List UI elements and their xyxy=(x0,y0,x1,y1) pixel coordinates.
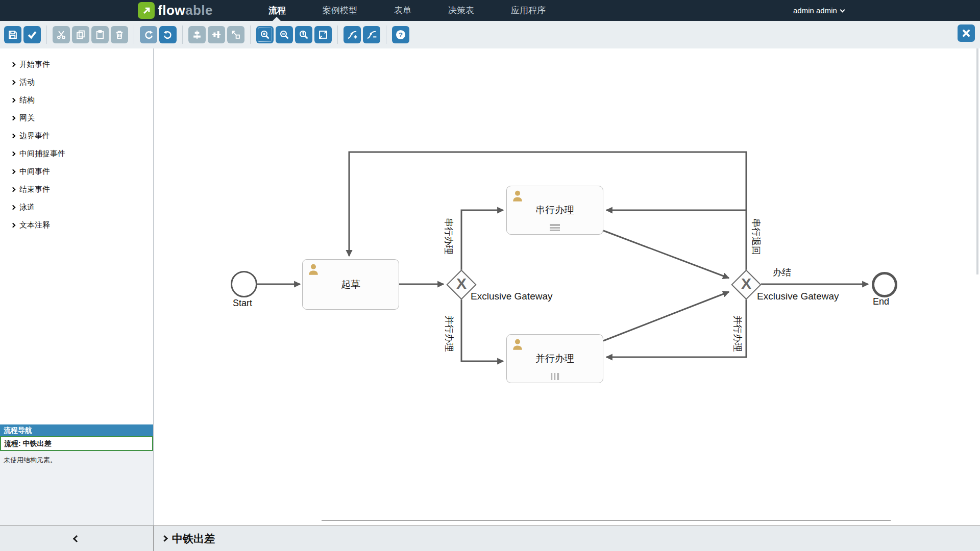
same-size-button[interactable] xyxy=(227,26,244,43)
canvas-horizontal-scrollbar[interactable] xyxy=(322,520,891,521)
save-icon xyxy=(8,30,18,40)
palette-group-text-annotation[interactable]: 文本注释 xyxy=(0,216,153,234)
align-horizontal-button[interactable] xyxy=(188,26,206,43)
chevron-right-icon xyxy=(11,134,16,139)
paste-button[interactable] xyxy=(91,26,109,43)
user-task-serial[interactable]: 串行办理 xyxy=(506,186,603,235)
palette-group-label: 结束事件 xyxy=(19,185,50,194)
flow-edges xyxy=(154,48,980,525)
align-vertical-button[interactable] xyxy=(208,26,225,43)
canvas-vertical-scrollbar[interactable] xyxy=(976,48,978,274)
diagram-canvas[interactable]: Start End 起草 串行办理 并行办理 X Exclusive Gatew… xyxy=(154,48,980,525)
collapse-palette-button[interactable] xyxy=(0,526,154,551)
flow-gateway1-to-serial[interactable] xyxy=(461,210,503,270)
end-event-node[interactable] xyxy=(872,272,897,297)
user-task-draft[interactable]: 起草 xyxy=(302,259,399,310)
tab-decision-tables[interactable]: 决策表 xyxy=(448,5,474,16)
palette-group-label: 文本注释 xyxy=(19,220,50,230)
undo-button[interactable] xyxy=(159,26,177,43)
zoom-fit-icon xyxy=(318,30,328,40)
chevron-right-icon xyxy=(11,187,16,192)
check-icon xyxy=(27,30,37,40)
flowable-logo-text: flowable xyxy=(158,3,213,18)
palette-group-activities[interactable]: 活动 xyxy=(0,73,153,91)
palette-group-intermediate-catching-events[interactable]: 中间捕捉事件 xyxy=(0,145,153,163)
tab-forms[interactable]: 表单 xyxy=(394,5,411,16)
zoom-in-button[interactable] xyxy=(256,26,274,43)
save-button[interactable] xyxy=(4,26,21,43)
palette-group-end-events[interactable]: 结束事件 xyxy=(0,181,153,198)
navigator-note: 未使用结构元素。 xyxy=(0,451,153,469)
delete-button[interactable] xyxy=(111,26,128,43)
toolbar-separator xyxy=(386,26,386,44)
zoom-actual-icon xyxy=(299,30,309,40)
palette-group-start-events[interactable]: 开始事件 xyxy=(0,56,153,73)
copy-icon xyxy=(76,30,86,40)
exclusive-gateway-1-label: Exclusive Gateway xyxy=(471,291,553,302)
redo-button[interactable] xyxy=(140,26,157,43)
user-task-parallel[interactable]: 并行办理 xyxy=(506,334,603,383)
tab-processes[interactable]: 流程 xyxy=(268,5,286,16)
palette-group-label: 网关 xyxy=(19,113,35,123)
toolbar-separator xyxy=(250,26,251,44)
undo-icon xyxy=(163,30,173,40)
chevron-right-icon xyxy=(11,80,16,85)
navigator-header: 流程导航 xyxy=(0,424,153,436)
task-label: 串行办理 xyxy=(535,204,574,217)
close-editor-button[interactable] xyxy=(958,24,975,42)
chevron-right-icon xyxy=(11,205,16,210)
copy-button[interactable] xyxy=(72,26,89,43)
scissors-icon xyxy=(56,30,66,40)
zoom-actual-button[interactable] xyxy=(295,26,312,43)
process-title-bar[interactable]: 中铁出差 xyxy=(162,526,215,551)
edge-label-to-parallel: 并行办理 xyxy=(443,303,455,364)
flow-parallel-to-gateway2[interactable] xyxy=(603,292,729,341)
user-name: admin admin xyxy=(793,6,837,15)
chevron-right-icon xyxy=(161,535,168,542)
palette-group-label: 活动 xyxy=(19,78,35,87)
navigator-selected-process[interactable]: 流程: 中铁出差 xyxy=(0,436,153,451)
tab-apps[interactable]: 应用程序 xyxy=(511,5,546,16)
logo-flow: flow xyxy=(158,3,185,18)
align-vertical-icon xyxy=(211,30,222,40)
palette-group-gateways[interactable]: 网关 xyxy=(0,109,153,127)
align-horizontal-icon xyxy=(192,30,202,40)
zoom-out-button[interactable] xyxy=(276,26,293,43)
shape-palette: 开始事件 活动 结构 网关 边界事件 中间捕捉事件 中间事件 结束事件 泳道 文… xyxy=(0,48,153,234)
start-event-node[interactable] xyxy=(231,271,257,297)
main-nav-tabs: 流程 案例模型 表单 决策表 应用程序 xyxy=(268,0,546,21)
same-size-icon xyxy=(231,30,241,40)
bottom-bar: 中铁出差 xyxy=(0,525,980,551)
zoom-fit-button[interactable] xyxy=(314,26,332,43)
logo-able: able xyxy=(185,3,213,18)
end-event-label: End xyxy=(861,296,901,307)
palette-group-boundary-events[interactable]: 边界事件 xyxy=(0,127,153,145)
flow-gateway2-to-parallel-return[interactable] xyxy=(606,299,746,357)
add-bendpoint-button[interactable] xyxy=(344,26,361,43)
help-button[interactable]: ? xyxy=(392,26,409,43)
validate-button[interactable] xyxy=(23,26,41,43)
chevron-down-icon xyxy=(840,7,845,12)
flowable-logo: flowable xyxy=(138,2,213,19)
user-icon xyxy=(511,189,524,203)
remove-bendpoint-button[interactable] xyxy=(363,26,380,43)
cut-button[interactable] xyxy=(53,26,70,43)
palette-group-intermediate-events[interactable]: 中间事件 xyxy=(0,163,153,181)
palette-group-label: 结构 xyxy=(19,95,35,105)
add-bendpoint-icon xyxy=(347,30,357,40)
help-icon: ? xyxy=(395,29,406,40)
zoom-in-icon xyxy=(260,30,270,40)
start-event-label: Start xyxy=(222,298,263,309)
user-icon xyxy=(511,338,524,351)
user-menu[interactable]: admin admin xyxy=(793,0,844,21)
flowable-logo-icon xyxy=(138,2,155,19)
tab-case-models[interactable]: 案例模型 xyxy=(323,5,357,16)
palette-group-label: 中间事件 xyxy=(19,167,50,177)
flow-gateway1-to-parallel[interactable] xyxy=(461,299,503,361)
palette-group-swimlanes[interactable]: 泳道 xyxy=(0,198,153,216)
flow-serial-to-gateway2[interactable] xyxy=(603,231,729,278)
palette-group-structural[interactable]: 结构 xyxy=(0,91,153,109)
palette-sidebar: 开始事件 活动 结构 网关 边界事件 中间捕捉事件 中间事件 结束事件 泳道 文… xyxy=(0,48,154,525)
process-navigator-panel: 流程导航 流程: 中铁出差 未使用结构元素。 xyxy=(0,424,153,525)
edge-label-serial-return: 串行退回 xyxy=(750,206,762,267)
